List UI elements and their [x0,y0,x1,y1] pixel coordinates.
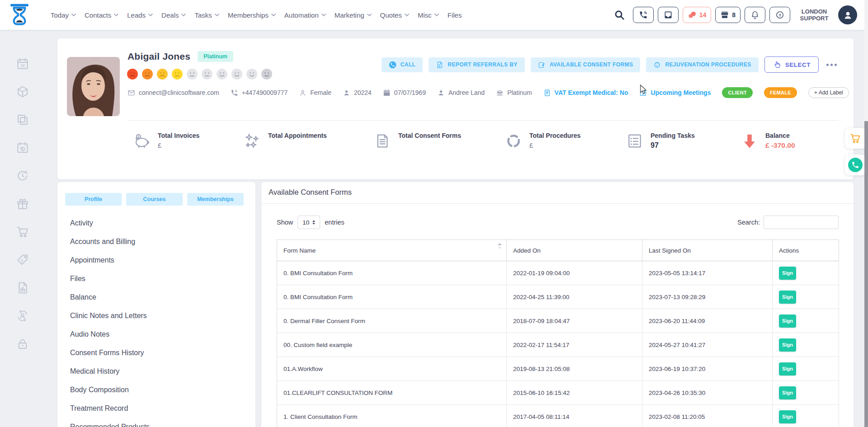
sign-button[interactable]: Sign [779,410,796,423]
rail-item-price-tag[interactable]: $ [16,253,29,267]
page-size-value: 10 [302,219,309,226]
menu-item-activity[interactable]: Activity [70,214,246,232]
nav-item-deals[interactable]: Deals [161,11,186,19]
inbox-icon [664,10,673,19]
dialer-button[interactable] [633,7,654,23]
user-icon [437,89,445,97]
nav-item-tasks[interactable]: Tasks [194,11,219,19]
detail-female: Female [299,89,331,97]
sign-button[interactable]: Sign [779,291,796,304]
mood-2-icon[interactable] [142,68,153,80]
profile-tabs: ProfileCoursesMemberships [65,193,244,206]
rail-item-history[interactable] [16,169,29,183]
page-scrollbar[interactable] [864,0,868,427]
column-header-last-signed-on[interactable]: Last Signed On [642,240,773,261]
mood-5-icon[interactable] [186,68,198,80]
phone-icon [639,10,648,19]
calendar-12-icon: 12 [16,57,29,70]
mood-6-icon[interactable] [201,68,213,80]
main-menu: TodayContactsLeadsDealsTasksMembershipsA… [51,0,462,30]
column-header-added-on[interactable]: Added On [507,240,642,261]
mood-1-icon[interactable] [127,68,138,80]
rail-item-cart[interactable] [16,225,29,239]
consent-pen-icon [538,61,546,69]
nav-item-automation[interactable]: Automation [284,11,326,19]
whatsapp-float-button[interactable] [845,155,866,175]
select-button[interactable]: SELECT [764,56,819,73]
chevron-down-icon [405,14,409,17]
mood-4-icon[interactable] [171,68,183,80]
nav-item-memberships[interactable]: Memberships [228,11,276,19]
nav-item-marketing[interactable]: Marketing [335,11,372,19]
mood-10-icon[interactable] [261,68,273,80]
menu-item-audio-notes[interactable]: Audio Notes [70,325,246,343]
report-referrals-by-button[interactable]: REPORT REFERRALS BY [429,57,524,72]
chat-button[interactable]: 14 [683,7,712,23]
link-vat-exempt-medical-no[interactable]: VAT Exempt Medical: No [543,89,628,97]
cart-float-button[interactable] [845,128,866,149]
menu-item-body-composition[interactable]: Body Composition [70,380,246,399]
menu-item-accounts-and-billing[interactable]: Accounts and Billing [70,232,246,251]
search-icon[interactable] [614,9,625,21]
menu-item-clinic-notes-and-letters[interactable]: Clinic Notes and Letters [70,306,246,325]
menu-item-recommended-products[interactable]: Recommended Products [70,418,246,427]
column-header-form-name[interactable]: Form Name [277,240,507,261]
link-upcoming-meetings[interactable]: 12Upcoming Meetings [639,89,711,97]
menu-item-appointments[interactable]: Appointments [70,251,246,269]
menu-item-consent-forms-history[interactable]: Consent Forms History [70,343,246,362]
sign-button[interactable]: Sign [779,338,796,352]
tab-memberships[interactable]: Memberships [187,193,244,206]
mood-3-icon[interactable] [156,68,168,80]
shop-button[interactable]: 8 [715,7,741,23]
sign-button[interactable]: Sign [779,314,796,328]
nav-item-contacts[interactable]: Contacts [85,11,118,19]
tab-courses[interactable]: Courses [126,193,183,206]
lock-icon [16,337,29,351]
mood-9-icon[interactable] [246,68,258,80]
cell-actions: Sign [773,357,839,381]
rail-item-package[interactable] [16,85,29,99]
menu-item-balance[interactable]: Balance [70,288,246,306]
nav-item-leads[interactable]: Leads [127,11,153,19]
search-input[interactable] [764,216,839,229]
nav-item-files[interactable]: Files [448,11,462,19]
call-button[interactable]: CALL [382,57,423,72]
user-avatar[interactable] [838,5,857,24]
sign-button[interactable]: Sign [779,386,796,399]
help-button[interactable]: ? [769,7,790,23]
menu-item-files[interactable]: Files [70,269,246,288]
tab-profile[interactable]: Profile [65,193,122,206]
inbox-button[interactable] [658,7,679,23]
profile-nav-card: ProfileCoursesMemberships ActivityAccoun… [57,182,255,427]
mood-8-icon[interactable] [231,68,243,80]
detail-platinum: Platinum [496,89,532,97]
nav-item-quotes[interactable]: Quotes [380,11,409,19]
rail-item-lock[interactable] [16,337,29,351]
nav-item-today[interactable]: Today [51,11,76,19]
more-options-button[interactable] [825,62,839,68]
rail-item-report[interactable] [16,281,29,295]
rail-item-copy[interactable] [16,113,29,127]
menu-item-treatment-record[interactable]: Treatment Record [70,399,246,418]
menu-item-medical-history[interactable]: Medical History [70,362,246,380]
rejuvenation-procedures-button[interactable]: REJUVENATION PROCEDURES [646,57,758,72]
svg-text:$: $ [21,258,23,263]
stat-value [268,141,327,150]
rail-item-calendar-restore[interactable] [16,141,29,155]
nav-item-misc[interactable]: Misc [418,11,439,19]
scrollbar-thumb[interactable] [864,121,868,427]
rail-item-customer-sync[interactable] [16,309,29,323]
mood-7-icon[interactable] [216,68,228,80]
cell-actions: Sign [773,285,839,309]
sign-button[interactable]: Sign [779,267,796,280]
available-consent-forms-button[interactable]: AVAILABLE CONSENT FORMS [531,57,641,72]
add-label-button[interactable]: + Add Label [808,87,849,98]
rail-item-calendar-12[interactable]: 12 [16,57,29,70]
column-header-actions[interactable]: Actions [773,240,839,261]
notifications-button[interactable] [745,7,765,23]
sign-button[interactable]: Sign [779,362,796,375]
page-size-select[interactable]: 10 [297,216,320,229]
rail-item-gift[interactable] [16,197,29,211]
clinicsoftware-app: TodayContactsLeadsDealsTasksMembershipsA… [0,0,868,427]
cell-last-signed-on: 2024-05-27 10:41:27 [642,333,773,357]
